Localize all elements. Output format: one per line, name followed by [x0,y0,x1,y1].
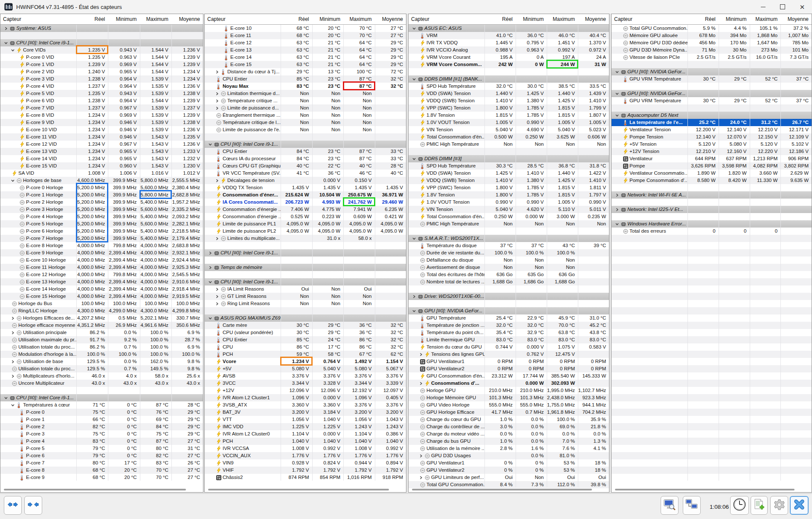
column-header-moyenne[interactable]: Moyenne [780,16,812,22]
column-header-capteur[interactable]: Capteur [409,16,484,22]
collapse-arrow-icon[interactable] [411,77,417,81]
settings-button[interactable] [770,496,788,515]
sensor-row[interactable]: P-core 2 Horloge5,200.0 MHz399.9 MHz5,40… [0,199,203,206]
expand-arrow-icon[interactable] [418,454,424,458]
sensor-row[interactable]: Limite de puissance d...NonNonNon [205,104,406,112]
sensor-row[interactable]: IVR Atom L2 Cluster01.104 V0.000 V1.104 … [205,430,406,438]
sensor-row[interactable]: VPP (SWC) Tension1.800 V1.785 V1.815 V1.… [409,184,609,191]
sensor-row[interactable]: VIN90.928 V0.824 V0.944 V0.894 V [205,459,406,467]
sensor-row[interactable]: VTT1.056 V1.040 V1.056 V1.043 V [205,416,406,423]
sensor-row[interactable]: Ventilateur644 RPM637 RPM1,213 RPM906 RP… [612,155,812,162]
sensor-row[interactable]: Limite thermique GPU83.0 °C83.0 °C83.0 °… [409,336,609,343]
column-header-moyenne[interactable]: Moyenne [171,16,203,22]
sensor-row[interactable]: P-core 075 °C0 °C76 °C29 °C [0,409,203,416]
expand-arrow-icon[interactable] [214,287,220,291]
sensor-row[interactable]: GPU Limiteurs de perf...OuiNonOuiOui [409,474,609,481]
sensor-row[interactable]: P-core 780 °C17 °C83 °C26 °C [0,459,203,467]
collapse-arrow-icon[interactable] [3,41,9,45]
sensor-row[interactable]: Température du disque37 °C37 °C43 °C39 °… [409,242,609,249]
horizontal-scrollbar[interactable] [208,489,403,491]
sensor-row[interactable]: Utilisation principale86.2 %0.0 %100.0 %… [0,329,203,336]
sensor-row[interactable]: VRM41.0 °C36.0 °C46.0 °C40.4 °C [409,32,609,39]
sensor-row[interactable]: VDDQ (SWB) Tension1.410 V1.380 V1.425 V1… [409,97,609,104]
expand-arrow-icon[interactable] [214,302,220,306]
expand-arrow-icon[interactable] [214,179,220,183]
sensor-row[interactable]: Température critique ...NonNonNon [205,97,406,104]
sensor-row[interactable]: Horloges de base4,600.0 MHz399.9 MHz5,80… [0,177,203,184]
sensor-row[interactable]: Total des écritures de l'hôte636 Go635 G… [409,271,609,278]
column-header-maximum[interactable]: Maximum [750,16,781,22]
sensor-row[interactable]: Limite de puissance de l'e...NonNonNon [205,126,406,133]
sensor-row[interactable]: BAT_3V3.200 V3.184 V3.200 V3.200 V [205,409,406,416]
sensor-row[interactable]: Charge du moteur vidéo ...0.0 %0.0 %0.0 … [409,430,609,438]
sensor-row[interactable]: Charge du bus GPU1.0 %0.0 %7.0 %1.3 % [409,438,609,445]
horizontal-scrollbar[interactable] [412,489,606,491]
sensor-row[interactable]: IVR VCCIO Analog0.988 V0.963 V0.992 V0.9… [409,46,609,54]
sensor-row[interactable]: P-core 679 °C0 °C82 °C27 °C [0,452,203,459]
column-header-maximum[interactable]: Maximum [140,16,171,22]
sensor-row[interactable]: Horloge efficace moyenne4,351.2 MHz26.9 … [0,322,203,329]
column-header-reel[interactable]: Réel [281,16,312,22]
column-header-reel[interactable]: Réel [76,16,108,22]
expand-arrow-icon[interactable] [207,265,213,270]
sensor-row[interactable]: P-core 1 VID1.239 V0.969 V1.544 V1.239 V [0,61,203,68]
sensor-row[interactable]: Total des erreurs000 [612,228,812,235]
column-header-reel[interactable]: Réel [687,16,719,22]
sensor-row[interactable]: 3VCC3.344 V3.328 V3.344 V3.339 V [205,380,406,387]
column-header-minimum[interactable]: Minimum [719,16,750,22]
sensor-row[interactable]: E-core 9 Horloge4,000.0 MHz2,399.4 MHz4,… [0,249,203,257]
sensor-row[interactable]: +12V Tension12.210 V12.160 V12.220 V12.1… [612,148,812,155]
section-row[interactable]: GPU [#0]: NVIDIA GeFor... [612,68,812,75]
sensor-row[interactable]: Étranglement thermique ...NonNonNon [205,112,406,119]
sensor-row[interactable]: E-core 1563 °C21 °C64 °C29 °C [205,61,406,68]
sensor-row[interactable]: E-core 14 Horloge4,000.0 MHz2,399.4 MHz4… [0,285,203,293]
sensor-row[interactable]: Utilisation totale du proc...86.2 %0.7 %… [0,343,203,351]
section-row[interactable]: Network: Intel I225-V Et... [612,206,812,213]
sensor-row[interactable]: Horloge du Bus100.0 MHz100.0 MHz100.0 MH… [0,300,203,307]
sensor-row[interactable]: Défaillance du disqueNonNonNon [409,257,609,264]
sensor-row[interactable]: Pompe Tension12.140 V12.070 V12.150 V12.… [612,133,812,141]
section-row[interactable]: Aquacomputer D5 Next [612,112,812,119]
sensor-row[interactable]: Châssis2874 RPM854 RPM1,016 RPM918 RPM [205,474,406,481]
sensor-row[interactable]: +5V Tension5.120 V5.080 V5.120 V5.102 V [612,141,812,148]
sensor-row[interactable]: P-core 5 Horloge5,200.0 MHz399.9 MHz5,60… [0,220,203,228]
collapse-arrow-icon[interactable] [411,26,417,31]
sensor-row[interactable]: Mémoire GPU allouée678 Mo394 Mo1,868 Mo1… [612,32,812,39]
remote-monitoring-button[interactable] [683,496,701,515]
sensor-row[interactable]: 1.8V Tension1.800 V1.785 V1.815 V1.797 V [409,191,609,199]
sensor-row[interactable]: GPU Ventilateur20 %0 %53 %18 % [409,467,609,474]
sensor-row[interactable]: E-core 13 Horloge4,000.0 MHz2,399.4 MHz4… [0,278,203,285]
sensor-row[interactable]: E-core 1168 °C20 °C70 °C27 °C [205,32,406,39]
column-header-reel[interactable]: Réel [484,16,516,22]
sensor-row[interactable]: 3VSB_ATX3.360 V3.360 V3.376 V3.376 V [205,401,406,409]
column-header-maximum[interactable]: Maximum [547,16,578,22]
collapse-arrow-icon[interactable] [411,309,417,313]
sensor-row[interactable]: GPU Consommation d'én...23.312 W17.744 W… [409,372,609,380]
collapse-arrow-icon[interactable] [614,70,620,74]
sensor-row[interactable]: P-core 0 VID1.235 V0.963 V1.544 V1.239 V [0,54,203,61]
sensor-row[interactable]: E-core 1068 °C20 °C70 °C27 °C [205,25,406,32]
sensor-row[interactable]: GT Limit ReasonsNonNonNon [205,293,406,300]
column-header-minimum[interactable]: Minimum [108,16,139,22]
expand-arrow-icon[interactable] [9,360,16,364]
sensor-row[interactable]: P-core 4 Horloge5,200.0 MHz399.9 MHz5,40… [0,213,203,220]
expand-arrow-icon[interactable] [214,106,220,110]
sensor-row[interactable]: Vitesse de liaison PCIe2.5 GT/s2.5 GT/s1… [612,54,812,61]
expand-arrow-icon[interactable] [214,294,220,299]
section-row[interactable]: CPU [#0]: Intel Core i9-1... [0,394,203,401]
sensor-row[interactable]: VDD (SWA) Tension1.425 V1.410 V1.440 V1.… [409,170,609,177]
sensor-row[interactable]: Modulation d'horloge à la...100.0 %100.0… [0,351,203,358]
expand-arrow-icon[interactable] [214,70,220,74]
scrollbar-thumb[interactable] [412,489,592,490]
sensor-row[interactable]: P-core 3 Horloge5,200.0 MHz399.9 MHz5,60… [0,206,203,213]
sensor-row[interactable]: IA Cores Consommati...206.723 W4.993 W24… [205,199,406,206]
sensor-row[interactable]: Avertissement de disqueNonNonNon [409,264,609,271]
sensor-row[interactable]: Mémoire GPU D3D dédiée456 Mo170 Mo1,647 … [612,39,812,46]
close-sensors-button[interactable] [790,496,809,515]
sensor-row[interactable]: VDDQ (SWB) Tension1.410 V1.380 V1.425 V1… [409,177,609,184]
sensor-row[interactable]: E-core 9 VID1.234 V0.946 V1.539 V1.238 V [0,119,203,126]
collapse-arrow-icon[interactable] [9,179,16,183]
collapse-arrow-icon[interactable] [411,157,417,161]
section-row[interactable]: Windows Hardware Error... [612,220,812,228]
column-header-minimum[interactable]: Minimum [516,16,547,22]
